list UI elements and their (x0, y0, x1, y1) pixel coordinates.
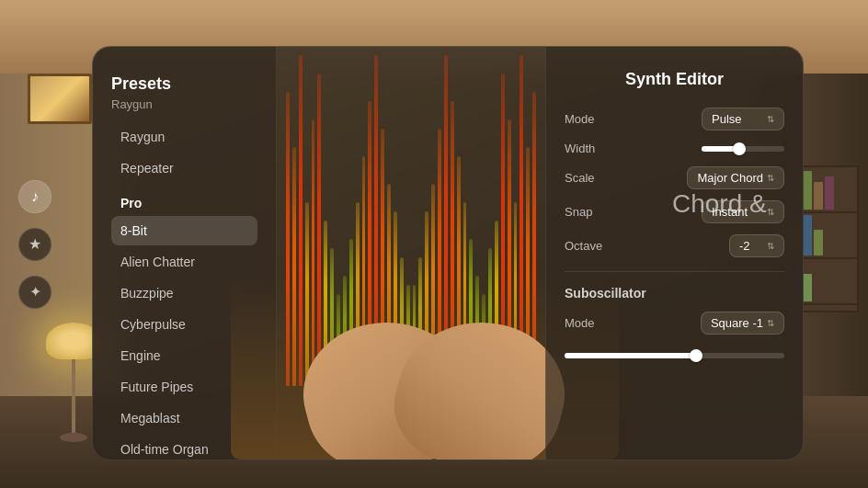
book (814, 230, 823, 255)
section-pro-label: Pro (111, 187, 257, 216)
synth-row-scale: Scale Major Chord ⇅ (565, 166, 784, 189)
presets-active-label: Raygun (111, 97, 257, 111)
picture-frame (28, 74, 92, 124)
book (803, 215, 812, 255)
music-icon: ♪ (31, 188, 39, 205)
synth-row-extra (565, 346, 784, 358)
synth-sub-mode-value: Square -1 (711, 316, 763, 330)
synth-sub-mode-label: Mode (565, 316, 595, 330)
picture-content (30, 76, 89, 121)
synth-octave-select[interactable]: -2 ⇅ (729, 234, 784, 257)
synth-snap-value: Instant (712, 205, 748, 219)
synth-octave-value: -2 (739, 239, 750, 253)
suboscillator-title: Suboscillator (565, 286, 784, 301)
synth-octave-label: Octave (565, 239, 602, 253)
nav-music-button[interactable]: ♪ (18, 180, 51, 213)
preset-item-repeater[interactable]: Repeater (111, 153, 257, 183)
synth-row-snap: Snap Instant ⇅ (565, 200, 784, 223)
synth-row-width: Width (565, 142, 784, 155)
synth-scale-select[interactable]: Major Chord ⇅ (687, 166, 784, 189)
chevron-icon: ⇅ (767, 241, 774, 251)
person-icon: ✦ (29, 283, 41, 301)
book (825, 176, 834, 210)
synth-sub-slider[interactable] (565, 353, 784, 358)
synth-scale-value: Major Chord (697, 171, 763, 185)
synth-row-mode: Mode Pulse ⇅ (565, 108, 784, 131)
star-icon: ★ (29, 235, 41, 253)
synth-mode-value: Pulse (712, 112, 742, 126)
synth-scale-label: Scale (565, 171, 595, 185)
main-panel: Presets Raygun Raygun Repeater Pro 8-Bit… (92, 46, 804, 460)
synth-mode-select[interactable]: Pulse ⇅ (702, 108, 784, 131)
chevron-icon: ⇅ (767, 173, 774, 183)
synth-sub-fill (565, 353, 696, 358)
synth-row-sub-mode: Mode Square -1 ⇅ (565, 312, 784, 335)
nav-person-button[interactable]: ✦ (18, 276, 51, 309)
synth-width-slider[interactable] (702, 146, 784, 152)
nav-icons: ♪ ★ ✦ (18, 180, 51, 309)
synth-divider (565, 271, 784, 272)
chevron-icon: ⇅ (767, 207, 774, 217)
nav-star-button[interactable]: ★ (18, 228, 51, 261)
lamp-base (60, 433, 87, 442)
synth-editor-panel: Synth Editor Mode Pulse ⇅ Width S (545, 47, 803, 460)
preset-item-raygun[interactable]: Raygun (111, 122, 257, 152)
chevron-icon: ⇅ (767, 114, 774, 124)
synth-mode-label: Mode (565, 112, 595, 126)
synth-width-thumb[interactable] (733, 142, 746, 155)
synth-snap-select[interactable]: Instant ⇅ (702, 200, 784, 223)
preset-item-8bit[interactable]: 8-Bit (111, 216, 257, 245)
presets-title: Presets (111, 74, 257, 94)
lamp-pole (72, 359, 75, 433)
book (803, 274, 812, 301)
chevron-icon: ⇅ (767, 318, 774, 328)
synth-sub-mode-select[interactable]: Square -1 ⇅ (701, 312, 784, 335)
book (803, 171, 812, 210)
synth-row-octave: Octave -2 ⇅ (565, 234, 784, 257)
book (814, 182, 823, 210)
synth-sub-thumb[interactable] (690, 349, 702, 362)
synth-snap-label: Snap (565, 205, 592, 219)
synth-editor-title: Synth Editor (565, 70, 784, 89)
preset-item-alien-chatter[interactable]: Alien Chatter (111, 247, 257, 277)
synth-width-label: Width (565, 142, 595, 155)
